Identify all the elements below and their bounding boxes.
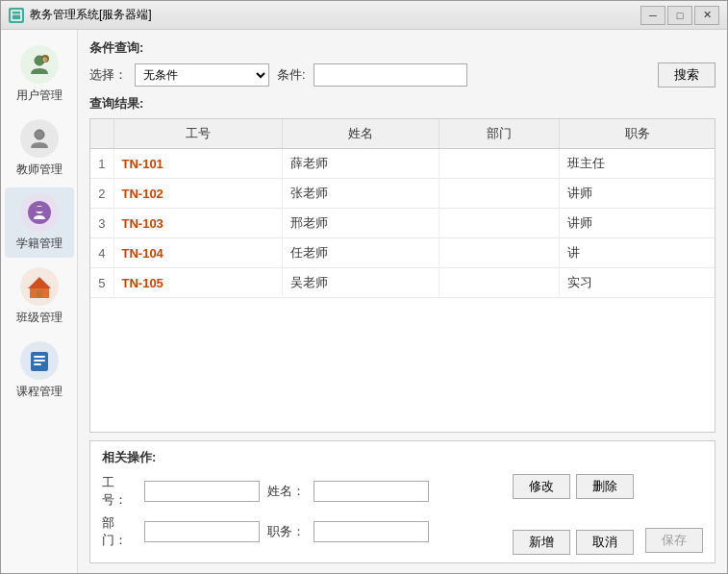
user-icon: ⚙ [20,45,59,84]
close-button[interactable]: ✕ [694,6,719,25]
svg-rect-12 [34,356,45,358]
row-dept [439,238,559,268]
condition-input[interactable] [314,63,467,87]
app-icon [9,8,24,23]
user-label: 用户管理 [16,87,63,104]
row-name: 邢老师 [283,209,439,238]
dept-label: 部门： [102,514,137,549]
id-label: 工号： [102,474,137,509]
row-role: 讲 [560,238,715,268]
save-button[interactable]: 保存 [645,528,703,553]
minimize-button[interactable]: ─ [640,6,665,25]
table-body: 1 TN-101 薛老师 班主任 2 TN-102 张老师 讲师 3 TN-10… [90,149,715,298]
ops-buttons: 修改 删除 新增 取消 [513,474,634,555]
row-role: 班主任 [560,149,715,179]
window-title: 教务管理系统[服务器端] [30,7,640,23]
sidebar-item-class[interactable]: 班级管理 [5,262,74,332]
row-id: TN-101 [113,149,283,179]
row-id: TN-102 [113,179,283,209]
btn-row-1: 修改 删除 [513,474,634,499]
name-input[interactable] [314,481,429,502]
save-area: 保存 [645,474,703,555]
teacher-label: 教师管理 [16,162,63,178]
dept-input[interactable] [144,521,260,542]
row-dept [439,268,559,298]
row-id: TN-105 [113,268,283,298]
row-role: 讲师 [560,209,715,238]
col-id: 工号 [113,119,283,149]
course-label: 课程管理 [16,384,63,400]
col-num [90,119,113,149]
table-row[interactable]: 2 TN-102 张老师 讲师 [90,179,715,209]
table-row[interactable]: 3 TN-103 邢老师 讲师 [90,209,715,238]
student-icon [20,193,59,232]
svg-rect-13 [34,360,45,362]
search-section: 条件查询: 选择： 无条件按工号按姓名按部门按职务 条件: 搜索 [89,39,715,87]
results-table-wrapper: 工号 姓名 部门 职务 1 TN-101 薛老师 班主任 2 TN-102 张老… [89,118,715,433]
cancel-button[interactable]: 取消 [576,530,634,555]
title-bar: 教务管理系统[服务器端] ─ □ ✕ [1,1,727,30]
ops-fields: 工号： 姓名： 部门： 职务： [102,474,501,555]
row-name: 吴老师 [283,268,439,298]
operations-section: 相关操作: 工号： 姓名： 部门： 职务： [89,440,715,563]
svg-rect-0 [12,11,21,20]
role-input[interactable] [314,521,429,542]
course-icon [20,341,59,380]
sidebar-item-teacher[interactable]: 教师管理 [5,113,74,184]
row-dept [439,209,559,238]
btn-row-2: 新增 取消 [513,530,634,555]
ops-row-2: 部门： 职务： [102,514,501,549]
table-row[interactable]: 1 TN-101 薛老师 班主任 [90,149,715,179]
condition-select[interactable]: 无条件按工号按姓名按部门按职务 [135,63,269,87]
row-num: 3 [90,209,113,238]
row-id: TN-103 [113,209,283,238]
sidebar-item-user[interactable]: ⚙ 用户管理 [5,39,74,110]
svg-marker-9 [28,277,51,288]
maximize-button[interactable]: □ [667,6,692,25]
student-label: 学籍管理 [16,236,63,252]
class-label: 班级管理 [16,310,63,326]
row-num: 5 [90,268,113,298]
add-button[interactable]: 新增 [513,530,570,555]
search-row: 选择： 无条件按工号按姓名按部门按职务 条件: 搜索 [89,62,715,87]
id-input[interactable] [144,481,260,502]
svg-rect-14 [34,363,41,365]
results-table: 工号 姓名 部门 职务 1 TN-101 薛老师 班主任 2 TN-102 张老… [90,119,715,298]
svg-point-4 [35,130,44,139]
row-role: 讲师 [560,179,715,209]
name-label: 姓名： [267,483,306,500]
table-header-row: 工号 姓名 部门 职务 [90,119,715,149]
teacher-icon [20,119,59,158]
results-section: 查询结果: 工号 姓名 部门 职务 [89,95,715,433]
main-window: 教务管理系统[服务器端] ─ □ ✕ ⚙ 用户管理 教师管理 学籍管 [0,0,728,574]
search-title: 条件查询: [89,39,715,57]
col-name: 姓名 [283,119,439,149]
table-row[interactable]: 4 TN-104 任老师 讲 [90,238,715,268]
svg-text:⚙: ⚙ [41,57,46,62]
right-panel: 条件查询: 选择： 无条件按工号按姓名按部门按职务 条件: 搜索 查询结果: [78,30,727,573]
sidebar-item-course[interactable]: 课程管理 [5,336,74,406]
results-title: 查询结果: [89,95,715,112]
sidebar-item-student[interactable]: 学籍管理 [5,187,74,258]
row-num: 1 [90,149,113,179]
svg-rect-10 [37,290,42,298]
modify-button[interactable]: 修改 [513,474,570,499]
delete-button[interactable]: 删除 [576,474,634,499]
main-content: ⚙ 用户管理 教师管理 学籍管理 班级管理 课程管理 [1,30,727,573]
ops-title: 相关操作: [102,449,703,466]
row-role: 实习 [560,268,715,298]
row-dept [439,179,559,209]
condition-label: 条件: [277,66,306,84]
row-num: 2 [90,179,113,209]
row-num: 4 [90,238,113,268]
row-name: 张老师 [283,179,439,209]
select-label: 选择： [89,66,127,84]
window-controls: ─ □ ✕ [640,6,719,25]
row-name: 薛老师 [283,149,439,179]
role-label: 职务： [267,523,306,540]
table-row[interactable]: 5 TN-105 吴老师 实习 [90,268,715,298]
col-role: 职务 [560,119,715,149]
ops-content: 工号： 姓名： 部门： 职务： [102,474,703,555]
search-button[interactable]: 搜索 [658,62,715,87]
ops-row-1: 工号： 姓名： [102,474,501,509]
